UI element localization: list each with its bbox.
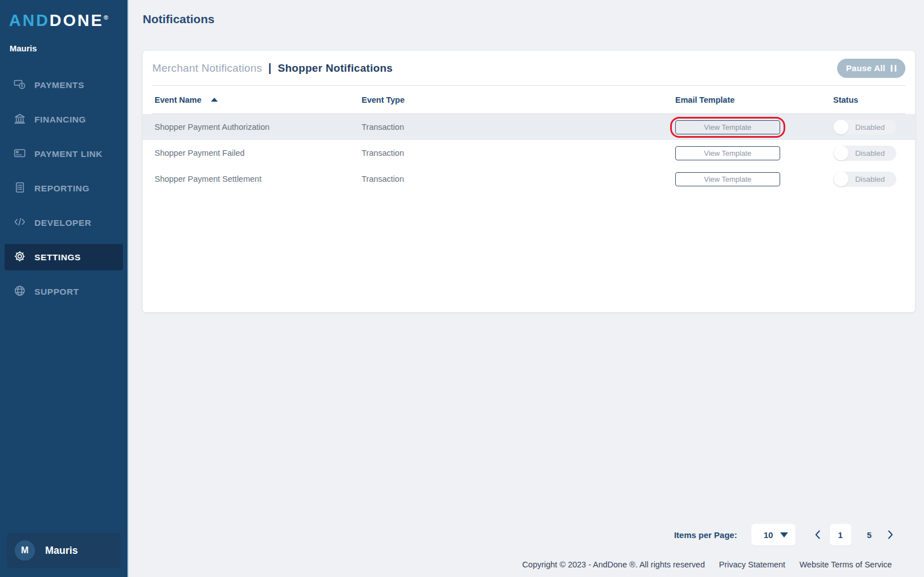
- column-header-event-name[interactable]: Event Name: [155, 95, 362, 104]
- content-spacer: [143, 312, 915, 524]
- status-cell: Disabled: [833, 172, 915, 187]
- toggle-knob: [834, 120, 848, 134]
- status-cell: Disabled: [833, 120, 915, 135]
- column-header-event-type: Event Type: [362, 95, 675, 104]
- user-profile-card[interactable]: M Mauris: [7, 533, 121, 568]
- column-header-status: Status: [833, 95, 905, 104]
- tab-shopper-notifications[interactable]: Shopper Notifications: [278, 62, 393, 75]
- logo-part-and: AND: [9, 11, 50, 29]
- page-button-current[interactable]: 1: [830, 524, 851, 545]
- column-header-email-template: Email Template: [675, 95, 833, 104]
- pause-all-label: Pause All: [846, 63, 886, 73]
- sidebar-item-label: PAYMENTS: [34, 80, 84, 90]
- sidebar-item-label: REPORTING: [34, 183, 90, 194]
- privacy-statement-link[interactable]: Privacy Statement: [719, 560, 785, 569]
- table-header-row: Event Name Event Type Email Template Sta…: [152, 86, 905, 114]
- notifications-card-header: Merchant Notifications | Shopper Notific…: [152, 51, 905, 86]
- support-globe-icon: [14, 285, 26, 299]
- sidebar-item-label: SETTINGS: [34, 252, 81, 263]
- items-per-page-select[interactable]: 10: [751, 524, 795, 545]
- toggle-knob: [834, 172, 848, 186]
- next-page-button[interactable]: [887, 530, 894, 540]
- registered-mark: ®: [104, 14, 108, 21]
- event-type-cell: Transaction: [362, 123, 675, 132]
- status-label: Disabled: [855, 175, 885, 183]
- chevron-right-icon: [887, 530, 894, 540]
- status-label: Disabled: [855, 123, 885, 132]
- avatar: M: [15, 540, 35, 561]
- account-name: Mauris: [0, 30, 127, 53]
- toggle-knob: [834, 146, 848, 160]
- sidebar-item-reporting[interactable]: REPORTING: [5, 175, 123, 202]
- financing-icon: [14, 112, 26, 127]
- sidebar-item-payment-link[interactable]: PAYMENT LINK: [5, 141, 123, 167]
- pause-all-button[interactable]: Pause All: [837, 59, 905, 78]
- sort-asc-icon[interactable]: [211, 98, 218, 102]
- svg-text:$: $: [21, 84, 23, 88]
- sidebar: ANDDONE® Mauris $ PAYMENTS FINANCIN: [0, 0, 129, 577]
- sidebar-nav: $ PAYMENTS FINANCING: [0, 68, 127, 309]
- user-name: Mauris: [45, 545, 78, 557]
- email-template-cell: View Template: [675, 146, 833, 160]
- notifications-card: Merchant Notifications | Shopper Notific…: [143, 51, 915, 312]
- status-cell: Disabled: [833, 146, 915, 161]
- table-row: Shopper Payment Settlement Transaction V…: [143, 166, 915, 192]
- sidebar-item-label: DEVELOPER: [34, 218, 91, 228]
- anddone-logo: ANDDONE®: [0, 0, 127, 30]
- developer-icon: [14, 216, 26, 230]
- logo-part-done: DONE: [50, 11, 104, 29]
- items-per-page-value: 10: [764, 530, 773, 540]
- sidebar-item-label: FINANCING: [34, 115, 86, 125]
- sidebar-item-financing[interactable]: FINANCING: [5, 106, 123, 133]
- pause-icon: [891, 65, 897, 72]
- event-name-cell: Shopper Payment Authorization: [155, 123, 362, 132]
- copyright-text: Copyright © 2023 - AndDone ®. All rights…: [522, 560, 705, 569]
- items-per-page-label: Items per Page:: [674, 530, 737, 540]
- payment-link-icon: [14, 147, 26, 161]
- email-template-cell: View Template: [675, 120, 833, 134]
- sidebar-item-payments[interactable]: $ PAYMENTS: [5, 72, 123, 98]
- event-name-cell: Shopper Payment Failed: [155, 148, 362, 158]
- event-type-cell: Transaction: [362, 148, 675, 158]
- table-row: Shopper Payment Failed Transaction View …: [143, 140, 915, 166]
- tab-separator: |: [269, 62, 272, 75]
- notification-tabs: Merchant Notifications | Shopper Notific…: [152, 62, 393, 75]
- settings-gear-icon: [14, 250, 26, 265]
- sidebar-item-label: SUPPORT: [34, 287, 79, 297]
- view-template-button[interactable]: View Template: [675, 120, 780, 134]
- page-title: Notifications: [143, 11, 915, 27]
- view-template-button[interactable]: View Template: [675, 172, 780, 186]
- sidebar-item-support[interactable]: SUPPORT: [5, 278, 123, 305]
- status-toggle[interactable]: Disabled: [833, 120, 896, 135]
- sidebar-item-settings[interactable]: SETTINGS: [5, 244, 123, 270]
- email-template-cell: View Template: [675, 172, 833, 186]
- page-button-last[interactable]: 5: [867, 530, 872, 540]
- event-type-cell: Transaction: [362, 174, 675, 183]
- status-toggle[interactable]: Disabled: [833, 172, 896, 187]
- status-label: Disabled: [855, 149, 885, 158]
- event-name-cell: Shopper Payment Settlement: [155, 174, 362, 183]
- reporting-icon: [14, 181, 26, 196]
- pagination-bar: Items per Page: 10 1 5: [143, 524, 915, 545]
- view-template-button[interactable]: View Template: [675, 146, 780, 160]
- table-row: Shopper Payment Authorization Transactio…: [143, 114, 915, 140]
- terms-of-service-link[interactable]: Website Terms of Service: [799, 560, 892, 569]
- status-toggle[interactable]: Disabled: [833, 146, 896, 161]
- sidebar-item-label: PAYMENT LINK: [34, 149, 103, 159]
- payments-icon: $: [14, 78, 26, 93]
- chevron-left-icon: [815, 530, 821, 540]
- caret-down-icon: [780, 532, 788, 537]
- footer: Copyright © 2023 - AndDone ®. All rights…: [143, 559, 915, 570]
- sidebar-item-developer[interactable]: DEVELOPER: [5, 209, 123, 236]
- tab-merchant-notifications[interactable]: Merchant Notifications: [152, 62, 262, 75]
- main-content: Notifications Merchant Notifications | S…: [129, 0, 924, 577]
- prev-page-button[interactable]: [815, 530, 821, 540]
